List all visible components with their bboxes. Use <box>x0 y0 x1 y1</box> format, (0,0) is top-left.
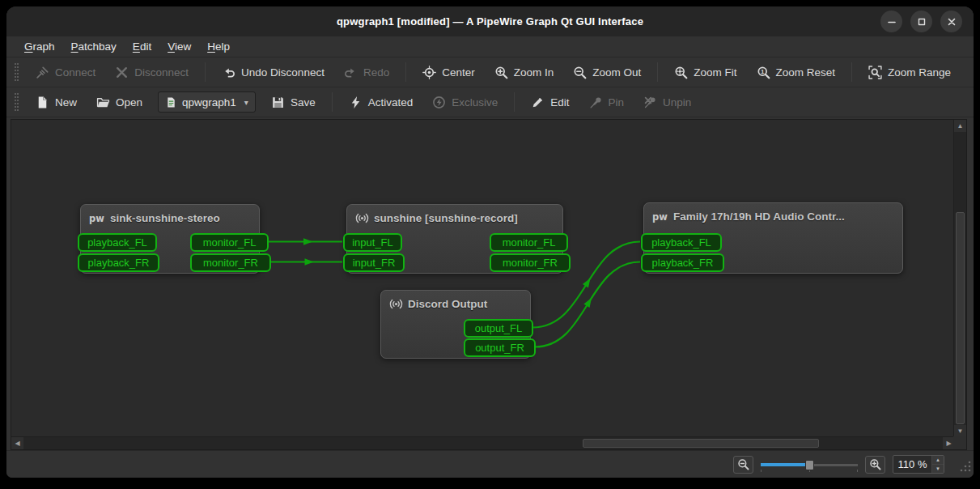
vertical-scrollbar-thumb[interactable] <box>956 212 965 424</box>
chevron-down-icon: ▾ <box>244 98 248 107</box>
zoom-in-button[interactable] <box>865 456 885 474</box>
port-playback-fr-input[interactable]: playback_FR <box>78 253 159 272</box>
port-monitor-fr-output[interactable]: monitor_FR <box>190 253 271 272</box>
exclusive-button[interactable]: Exclusive <box>423 91 507 114</box>
connection-wire[interactable] <box>535 262 640 347</box>
port-monitor-fr-output[interactable]: monitor_FR <box>490 253 571 272</box>
svg-text:1: 1 <box>761 67 765 74</box>
zoom-percentage: 110 % <box>893 456 931 473</box>
connect-icon <box>36 66 49 79</box>
unpin-button[interactable]: Unpin <box>634 91 700 114</box>
toolbar-button-label: Disconnect <box>134 66 189 79</box>
minimize-icon <box>885 15 898 28</box>
undo-icon <box>222 66 235 79</box>
connect-button[interactable]: Connect <box>27 61 104 84</box>
menu-view[interactable]: View <box>159 38 199 55</box>
spin-arrows: ▲ ▼ <box>931 456 944 473</box>
maximize-button[interactable] <box>910 11 932 32</box>
activated-button[interactable]: Activated <box>340 91 422 114</box>
zoom-reset-button[interactable]: 1Zoom Reset <box>748 61 845 84</box>
patchbay-file-icon <box>165 96 177 108</box>
connection-arrow-icon <box>583 276 593 287</box>
menu-patchbay[interactable]: Patchbay <box>63 38 125 55</box>
zoom-out-button[interactable] <box>733 456 753 474</box>
node-discord-output[interactable]: Discord Outputoutput_FLoutput_FR <box>380 290 531 359</box>
toolbar-drag-handle[interactable] <box>15 93 19 111</box>
zoom-out-button[interactable]: Zoom Out <box>564 61 650 84</box>
edit-button[interactable]: Edit <box>522 91 578 114</box>
node-title: sunshine [sunshine-record] <box>374 212 518 224</box>
graph-toolbar: ConnectDisconnectUndo DisconnectRedoCent… <box>6 57 974 87</box>
patchbay-profile-selector[interactable]: qpwgraph1▾ <box>158 91 256 113</box>
unpin-icon <box>643 96 657 109</box>
menu-graph[interactable]: Graph <box>16 38 63 55</box>
pin-button[interactable]: Pin <box>580 91 634 114</box>
zoom-slider-handle[interactable] <box>805 460 814 470</box>
save-button[interactable]: Save <box>262 91 325 114</box>
zoom-in-icon <box>869 458 881 470</box>
scroll-left-arrow-icon[interactable]: ◀ <box>11 437 23 449</box>
graph-canvas[interactable]: pwsink-sunshine-stereoplayback_FLplaybac… <box>11 120 953 437</box>
menu-help[interactable]: Help <box>199 38 238 55</box>
menu-edit[interactable]: Edit <box>125 38 159 55</box>
zoom-fit-button[interactable]: Zoom Fit <box>665 61 745 84</box>
center-icon <box>422 66 436 79</box>
title-bar[interactable]: qpwgraph1 [modified] — A PipeWire Graph … <box>6 6 974 36</box>
port-playback-fl-input[interactable]: playback_FL <box>78 233 157 252</box>
activated-icon <box>349 96 363 109</box>
window-controls <box>880 11 962 32</box>
toolbar-drag-handle[interactable] <box>15 63 19 81</box>
port-monitor-fl-output[interactable]: monitor_FL <box>190 233 269 252</box>
horizontal-scrollbar-thumb[interactable] <box>583 439 819 448</box>
port-monitor-fl-output[interactable]: monitor_FL <box>490 233 568 252</box>
spin-down-icon[interactable]: ▼ <box>932 464 944 473</box>
horizontal-scrollbar[interactable]: ◀ ▶ <box>11 436 955 449</box>
zoom-range-icon <box>868 66 882 79</box>
zoom-range-button[interactable]: Zoom Range <box>859 61 960 84</box>
zoom-in-button[interactable]: Zoom In <box>486 61 563 84</box>
port-input-fr-input[interactable]: input_FR <box>343 253 405 272</box>
toolbar-button-label: Zoom In <box>514 66 554 79</box>
node-sunshine-sunshine-record[interactable]: sunshine [sunshine-record]input_FLinput_… <box>346 204 563 274</box>
toolbar-button-label: Exclusive <box>452 96 498 108</box>
redo-icon <box>344 66 358 79</box>
toolbar-separator <box>514 92 515 112</box>
open-button[interactable]: Open <box>87 91 151 114</box>
pipewire-icon: pw <box>652 210 668 223</box>
zoom-slider[interactable] <box>761 457 858 472</box>
zoom-out-icon <box>573 66 587 79</box>
port-playback-fr-input[interactable]: playback_FR <box>641 253 724 272</box>
resize-grip-icon[interactable] <box>960 461 971 475</box>
zoom-spinbox[interactable]: 110 % ▲ ▼ <box>893 455 944 474</box>
scroll-up-arrow-icon[interactable]: ▲ <box>954 120 966 132</box>
toolbar-button-label: Pin <box>609 96 625 108</box>
port-output-fr-output[interactable]: output_FR <box>464 338 536 357</box>
audio-node-icon <box>355 211 369 225</box>
node-sink-sunshine-stereo[interactable]: pwsink-sunshine-stereoplayback_FLplaybac… <box>80 204 260 274</box>
status-bar: 110 % ▲ ▼ <box>6 450 974 478</box>
minimize-button[interactable] <box>880 11 902 32</box>
close-button[interactable] <box>940 11 962 32</box>
port-playback-fl-input[interactable]: playback_FL <box>641 233 722 252</box>
port-input-fl-input[interactable]: input_FL <box>343 233 402 252</box>
new-button[interactable]: New <box>27 91 86 114</box>
toolbar-button-label: Zoom Reset <box>776 66 836 79</box>
node-family-17h-19h-hd-audio-contr[interactable]: pwFamily 17h/19h HD Audio Contr...playba… <box>643 202 903 274</box>
toolbar-button-label: Unpin <box>663 96 691 108</box>
maximize-icon <box>915 15 928 28</box>
disconnect-button[interactable]: Disconnect <box>106 61 197 84</box>
slider-fill <box>761 463 805 466</box>
vertical-scrollbar[interactable]: ▲ ▼ <box>953 120 966 437</box>
redo-button[interactable]: Redo <box>335 61 398 84</box>
undo-disconnect-button[interactable]: Undo Disconnect <box>213 61 333 84</box>
spin-up-icon[interactable]: ▲ <box>932 456 944 464</box>
node-header: sunshine [sunshine-record] <box>347 205 562 225</box>
toolbar-button-label: Activated <box>368 96 414 108</box>
scroll-down-arrow-icon[interactable]: ▼ <box>954 425 966 437</box>
svg-text:pw: pw <box>652 211 668 223</box>
toolbar-separator <box>205 62 206 82</box>
port-output-fl-output[interactable]: output_FL <box>464 319 533 338</box>
svg-text:pw: pw <box>89 213 104 224</box>
slider-tick <box>761 470 762 472</box>
center-button[interactable]: Center <box>414 61 484 84</box>
